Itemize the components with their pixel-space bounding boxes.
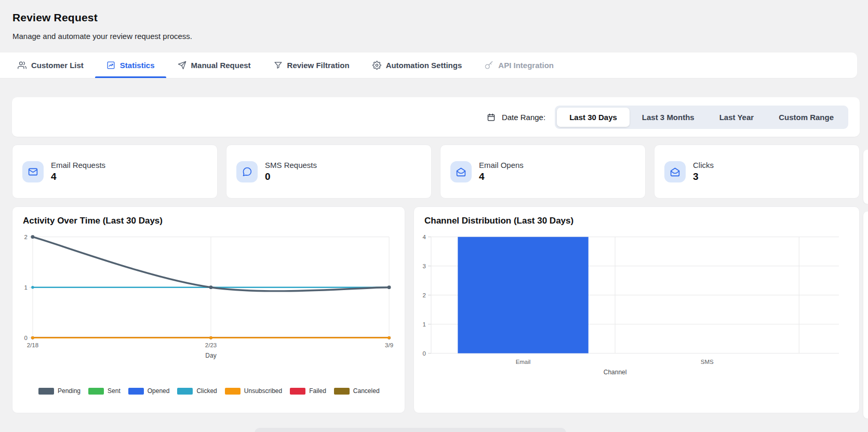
stat-card-sms-requests: SMS Requests0 bbox=[226, 145, 432, 199]
series-point-pending bbox=[209, 285, 213, 289]
date-option-last-3-months[interactable]: Last 3 Months bbox=[630, 108, 707, 127]
mail-open-icon bbox=[670, 166, 680, 177]
overflow-card-sliver-charts bbox=[863, 212, 868, 418]
tab-label: Statistics bbox=[120, 61, 155, 70]
legend-item-opened[interactable]: Opened bbox=[128, 387, 170, 395]
stat-value: 4 bbox=[479, 171, 524, 182]
send-icon bbox=[178, 61, 186, 70]
page-title: Review Request bbox=[12, 11, 856, 24]
tab-api-integration[interactable]: API Integration bbox=[473, 53, 565, 78]
tab-label: Automation Settings bbox=[386, 61, 462, 70]
legend-label: Sent bbox=[108, 387, 121, 395]
main-content: Date Range: Last 30 DaysLast 3 MonthsLas… bbox=[12, 97, 860, 413]
svg-text:0: 0 bbox=[24, 335, 28, 341]
series-point-unsubscribed bbox=[388, 336, 390, 339]
series-point-pending bbox=[388, 285, 391, 289]
series-point-clicked bbox=[31, 286, 34, 289]
svg-text:2/23: 2/23 bbox=[205, 342, 217, 348]
channel-bar-chart: 01234EmailSMSChannel bbox=[414, 207, 859, 413]
legend-item-unsubscribed[interactable]: Unsubscribed bbox=[225, 387, 282, 395]
date-range-card: Date Range: Last 30 DaysLast 3 MonthsLas… bbox=[12, 97, 860, 137]
date-option-last-year[interactable]: Last Year bbox=[707, 108, 766, 127]
calendar-icon bbox=[487, 113, 496, 122]
tab-label: Review Filtration bbox=[287, 61, 350, 70]
chart-legend: PendingSentOpenedClickedUnsubscribedFail… bbox=[38, 387, 380, 395]
legend-item-failed[interactable]: Failed bbox=[290, 387, 326, 395]
mail-open-icon bbox=[456, 166, 466, 177]
svg-text:4: 4 bbox=[423, 234, 426, 240]
legend-label: Clicked bbox=[196, 387, 217, 395]
legend-item-pending[interactable]: Pending bbox=[38, 387, 81, 395]
legend-swatch bbox=[334, 388, 350, 395]
svg-text:0: 0 bbox=[423, 350, 426, 357]
legend-label: Failed bbox=[309, 387, 326, 395]
stat-card-email-requests: Email Requests4 bbox=[12, 145, 218, 199]
series-point-unsubscribed bbox=[209, 336, 212, 339]
svg-text:1: 1 bbox=[423, 321, 426, 328]
page-header: Review Request Manage and automate your … bbox=[0, 0, 868, 41]
svg-text:Email: Email bbox=[516, 359, 531, 365]
svg-text:Day: Day bbox=[205, 352, 216, 359]
mail-icon bbox=[28, 166, 38, 177]
stat-label: Email Opens bbox=[479, 161, 524, 169]
stat-value: 0 bbox=[265, 171, 317, 182]
tab-automation-settings[interactable]: Automation Settings bbox=[361, 53, 474, 78]
calendar-icon bbox=[487, 113, 496, 122]
legend-label: Unsubscribed bbox=[244, 387, 282, 395]
tab-label: Manual Request bbox=[191, 61, 251, 70]
series-point-pending bbox=[31, 235, 35, 239]
stat-icon-box bbox=[664, 161, 686, 182]
legend-swatch bbox=[177, 388, 193, 395]
legend-swatch bbox=[88, 388, 104, 395]
svg-text:Channel: Channel bbox=[604, 369, 627, 376]
overflow-card-sliver-stats bbox=[863, 150, 868, 204]
series-point-unsubscribed bbox=[31, 336, 34, 339]
key-icon bbox=[485, 61, 493, 70]
activity-line-chart: 0122/182/233/9Day bbox=[12, 207, 405, 413]
stat-value: 3 bbox=[693, 171, 714, 182]
tab-review-filtration[interactable]: Review Filtration bbox=[262, 53, 361, 78]
stat-icon-box bbox=[22, 161, 44, 182]
page-subtitle: Manage and automate your review request … bbox=[12, 32, 856, 41]
legend-swatch bbox=[225, 388, 241, 395]
legend-item-sent[interactable]: Sent bbox=[88, 387, 121, 395]
svg-text:3: 3 bbox=[423, 263, 426, 269]
stat-card-email-opens: Email Opens4 bbox=[440, 145, 646, 199]
svg-text:2: 2 bbox=[423, 292, 426, 298]
legend-label: Opened bbox=[148, 387, 170, 395]
legend-label: Pending bbox=[58, 387, 81, 395]
users-icon bbox=[18, 61, 26, 70]
channel-chart-card: Channel Distribution (Last 30 Days) 0123… bbox=[413, 206, 860, 413]
svg-text:2: 2 bbox=[24, 234, 28, 240]
tab-customer-list[interactable]: Customer List bbox=[6, 53, 95, 78]
stat-label: Clicks bbox=[693, 161, 714, 169]
svg-text:3/9: 3/9 bbox=[385, 342, 393, 348]
legend-item-clicked[interactable]: Clicked bbox=[177, 387, 217, 395]
funnel-icon bbox=[274, 61, 283, 70]
stat-value: 4 bbox=[51, 171, 105, 182]
stat-icon-box bbox=[236, 161, 258, 182]
legend-swatch bbox=[128, 388, 144, 395]
gear-icon bbox=[372, 61, 381, 70]
activity-chart-card: Activity Over Time (Last 30 Days) 0122/1… bbox=[12, 206, 405, 413]
legend-label: Canceled bbox=[353, 387, 380, 395]
stats-row: Email Requests4SMS Requests0Email Opens4… bbox=[12, 145, 860, 199]
legend-swatch bbox=[290, 388, 305, 395]
line-chart-icon bbox=[106, 61, 115, 70]
tab-statistics[interactable]: Statistics bbox=[95, 53, 166, 78]
legend-swatch bbox=[38, 388, 54, 395]
legend-item-canceled[interactable]: Canceled bbox=[334, 387, 380, 395]
date-option-custom-range[interactable]: Custom Range bbox=[766, 108, 846, 127]
below-fold-element-edge bbox=[255, 428, 566, 432]
tab-bar: Customer ListStatisticsManual RequestRev… bbox=[0, 53, 857, 78]
date-option-last-30-days[interactable]: Last 30 Days bbox=[557, 108, 630, 127]
date-range-label: Date Range: bbox=[502, 113, 545, 122]
tab-manual-request[interactable]: Manual Request bbox=[166, 53, 262, 78]
stat-card-clicks: Clicks3 bbox=[654, 145, 860, 199]
svg-text:1: 1 bbox=[24, 284, 28, 291]
charts-row: Activity Over Time (Last 30 Days) 0122/1… bbox=[12, 206, 860, 413]
stat-label: SMS Requests bbox=[265, 161, 317, 169]
chat-bubble-icon bbox=[242, 166, 252, 177]
svg-text:SMS: SMS bbox=[701, 359, 714, 365]
stat-icon-box bbox=[450, 161, 472, 182]
